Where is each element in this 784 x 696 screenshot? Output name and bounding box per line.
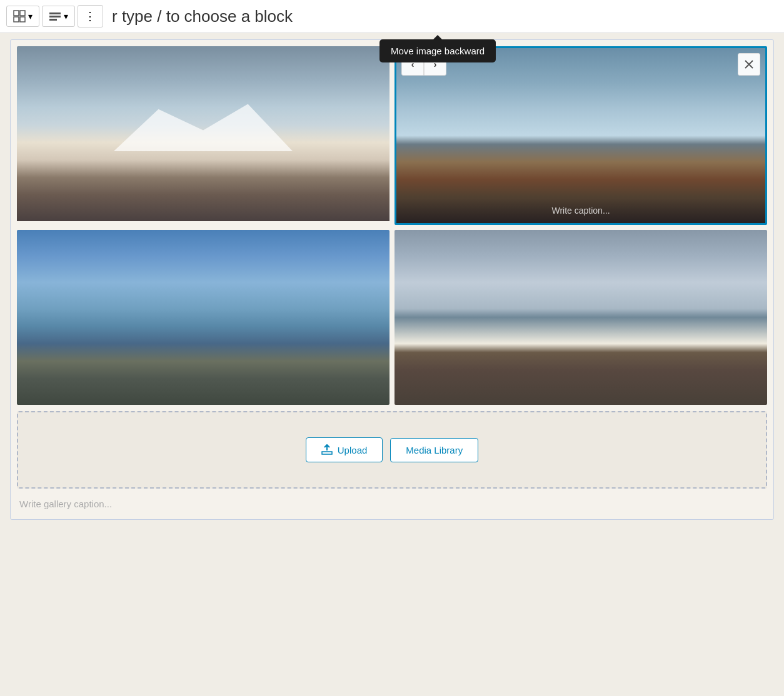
svg-rect-1 (20, 11, 25, 16)
more-options-button[interactable]: ⋮ (78, 5, 103, 27)
toolbar: ▾ ▾ ⋮ r type / to choose a block (0, 0, 784, 33)
caption-placeholder: Write caption... (551, 206, 610, 216)
upload-area: Upload Media Library (17, 411, 767, 489)
svg-rect-0 (14, 11, 19, 16)
svg-rect-9 (322, 452, 332, 454)
upload-label: Upload (338, 445, 368, 455)
svg-rect-5 (49, 16, 61, 17)
media-library-label: Media Library (406, 445, 463, 455)
block-title: r type / to choose a block (112, 7, 293, 26)
layout-icon (49, 10, 61, 22)
gallery-type-arrow: ▾ (28, 11, 33, 21)
gallery-item-4[interactable] (395, 230, 767, 405)
gallery-item-2[interactable]: ‹ › Write caption... (395, 46, 767, 225)
image-caption-input[interactable]: Write caption... (396, 198, 765, 223)
image-tall-ship: ‹ › Write caption... (396, 48, 765, 223)
svg-rect-3 (20, 17, 25, 22)
gallery-caption-placeholder: Write gallery caption... (19, 499, 112, 509)
gallery-item-1[interactable] (17, 46, 389, 225)
remove-image-button[interactable] (738, 53, 760, 76)
gallery-grid: ‹ › Write caption... (17, 46, 767, 405)
media-library-button[interactable]: Media Library (390, 438, 478, 462)
upload-button[interactable]: Upload (306, 437, 383, 462)
image-beach (395, 230, 767, 405)
svg-rect-4 (49, 12, 61, 14)
image-cruise-ship (17, 230, 389, 405)
svg-rect-2 (14, 17, 19, 22)
tooltip-text: Move image backward (391, 46, 485, 56)
page-wrapper: ▾ ▾ ⋮ r type / to choose a block Move im… (0, 0, 784, 520)
layout-arrow: ▾ (64, 11, 68, 21)
upload-icon (321, 444, 333, 455)
gallery-caption[interactable]: Write gallery caption... (17, 495, 767, 513)
layout-button[interactable]: ▾ (42, 6, 75, 27)
svg-rect-6 (49, 19, 57, 21)
gallery-icon (13, 10, 26, 22)
kebab-dots: ⋮ (84, 10, 96, 22)
close-icon (745, 60, 753, 69)
gallery-block-type-button[interactable]: ▾ (6, 6, 39, 27)
image-sydney-opera (17, 46, 389, 221)
gallery-item-3[interactable] (17, 230, 389, 405)
move-image-backward-tooltip: Move image backward (379, 39, 496, 62)
gallery-block: ‹ › Write caption... (10, 39, 774, 520)
